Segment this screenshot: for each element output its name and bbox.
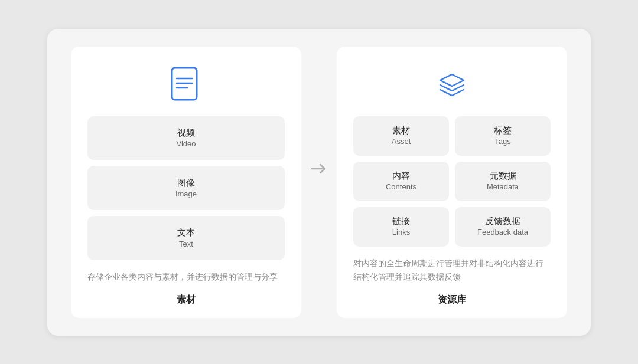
right-icon-area [434, 64, 470, 106]
tag-links[interactable]: 链接 Links [353, 207, 449, 247]
tag-contents[interactable]: 内容 Contents [353, 162, 449, 201]
tag-image[interactable]: 图像 Image [87, 166, 285, 210]
arrow-divider [301, 47, 337, 318]
left-tags-grid: 视频 Video 图像 Image 文本 Text [87, 116, 285, 260]
document-icon [171, 67, 201, 103]
main-card: 视频 Video 图像 Image 文本 Text 存储企业各类内容与素材，并进… [47, 29, 591, 336]
tag-metadata[interactable]: 元数据 Metadata [455, 162, 551, 201]
right-tags-grid: 素材 Asset 标签 Tags 内容 Contents 元数据 Metadat… [353, 116, 551, 247]
tag-tags[interactable]: 标签 Tags [455, 116, 551, 156]
left-panel: 视频 Video 图像 Image 文本 Text 存储企业各类内容与素材，并进… [71, 47, 301, 318]
arrow-icon [311, 162, 327, 179]
tag-asset[interactable]: 素材 Asset [353, 116, 449, 156]
right-arrow-icon [311, 162, 327, 175]
left-panel-label: 素材 [177, 294, 196, 306]
layers-icon [434, 67, 470, 103]
left-desc: 存储企业各类内容与素材，并进行数据的管理与分享 [87, 271, 285, 284]
tag-text[interactable]: 文本 Text [87, 216, 285, 260]
right-panel: 素材 Asset 标签 Tags 内容 Contents 元数据 Metadat… [337, 47, 567, 318]
tag-video[interactable]: 视频 Video [87, 116, 285, 160]
left-icon-area [171, 64, 201, 106]
right-panel-label: 资源库 [438, 294, 466, 306]
right-desc: 对内容的全生命周期进行管理并对非结构化内容进行结构化管理并追踪其数据反馈 [353, 257, 551, 284]
tag-feedback-data[interactable]: 反馈数据 Feedback data [455, 207, 551, 247]
